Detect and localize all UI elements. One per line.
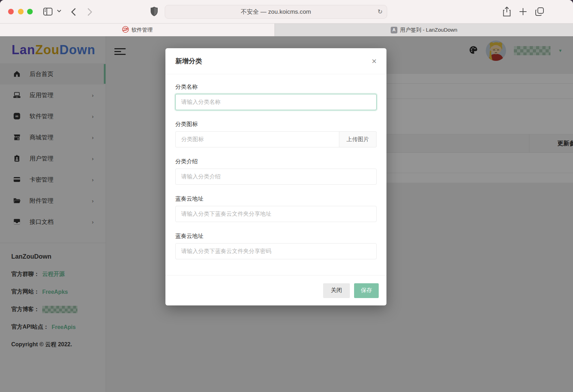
browser-titlebar: 不安全 — zou.koicms.com ↻ <box>0 0 573 23</box>
lanzou-share-password-input[interactable] <box>175 243 377 259</box>
zoom-window-button[interactable] <box>27 9 33 14</box>
modal-close-icon[interactable]: × <box>372 57 377 65</box>
modal-title: 新增分类 <box>175 57 202 66</box>
tab-favicon-a-icon: A <box>391 27 397 33</box>
tab-software-management[interactable]: 软件管理 <box>0 24 275 36</box>
back-button[interactable] <box>71 8 76 16</box>
lanzou-share-url-input[interactable] <box>175 206 377 222</box>
modal-body: 分类名称 分类图标 上传图片 分类介绍 蓝奏云地址 <box>165 74 386 275</box>
tab-bar: 软件管理 A 用户签到 - LanZouDown <box>0 23 573 36</box>
modal-header: 新增分类 × <box>165 48 386 74</box>
close-window-button[interactable] <box>8 9 14 14</box>
tab-overview-icon[interactable] <box>535 7 544 16</box>
reload-icon[interactable]: ↻ <box>378 8 383 15</box>
share-icon[interactable] <box>503 7 511 17</box>
privacy-shield-icon[interactable] <box>151 7 158 16</box>
close-button[interactable]: 关闭 <box>323 283 350 298</box>
field-label-category-icon: 分类图标 <box>175 121 377 128</box>
field-label-category-name: 分类名称 <box>175 83 377 91</box>
category-icon-input[interactable] <box>175 131 339 147</box>
web-page: LanZouDown 后台首页 应用管理 › ∞ 软件管理 <box>0 36 573 392</box>
tab-favicon-swirl-icon <box>122 26 129 34</box>
modal-footer: 关闭 保存 <box>165 275 386 305</box>
category-name-input[interactable] <box>175 94 377 110</box>
tab-user-signin[interactable]: A 用户签到 - LanZouDown <box>275 24 573 36</box>
browser-window: 不安全 — zou.koicms.com ↻ 软件管理 A <box>0 0 573 392</box>
forward-button[interactable] <box>87 8 92 16</box>
new-tab-icon[interactable] <box>519 7 527 16</box>
add-category-modal: 新增分类 × 分类名称 分类图标 上传图片 分类介绍 <box>165 48 386 305</box>
save-button[interactable]: 保存 <box>354 283 379 298</box>
url-text: 不安全 — zou.koicms.com <box>241 8 311 16</box>
minimize-window-button[interactable] <box>18 9 24 14</box>
tab-label: 软件管理 <box>132 27 153 33</box>
upload-image-button[interactable]: 上传图片 <box>339 131 377 147</box>
url-bar[interactable]: 不安全 — zou.koicms.com ↻ <box>165 5 387 19</box>
sidebar-toggle-icon[interactable] <box>43 7 53 16</box>
field-label-lanzou-password: 蓝奏云地址 <box>175 233 377 240</box>
field-label-category-intro: 分类介绍 <box>175 158 377 165</box>
sidebar-chevron-down-icon[interactable] <box>57 10 61 12</box>
tab-label: 用户签到 - LanZouDown <box>400 27 458 33</box>
category-intro-input[interactable] <box>175 169 377 185</box>
field-label-lanzou-url: 蓝奏云地址 <box>175 195 377 203</box>
